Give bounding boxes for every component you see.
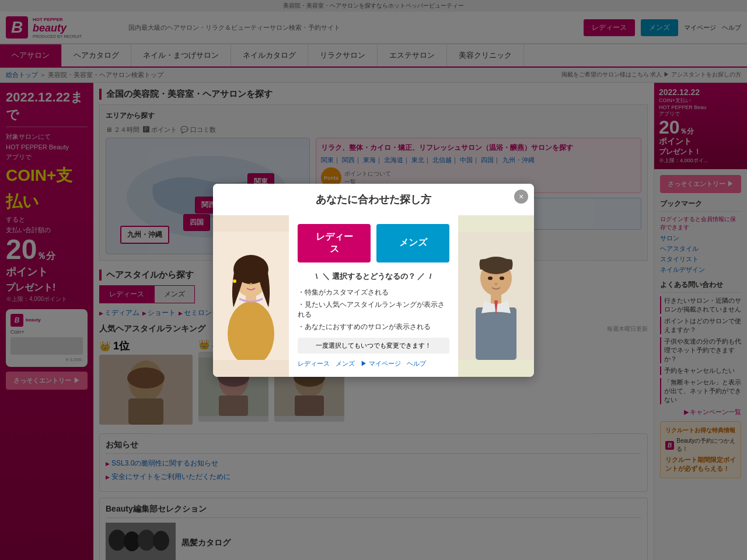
modal-close-button[interactable]: × — [514, 190, 528, 204]
modal-center: レディース メンズ ＼ 選択するとどうなるの？ ／ 特集がカスタマイズされる 見… — [289, 215, 458, 377]
modal-buttons: レディース メンズ — [298, 224, 449, 262]
man-svg — [458, 232, 534, 360]
modal-feature-2: 見たい人気ヘアスタイルランキングが表示される — [298, 300, 449, 320]
modal-ladies-button[interactable]: レディース — [298, 224, 371, 262]
modal-footer-mypage[interactable]: ▶ マイページ — [361, 359, 401, 368]
modal-header: あなたに合わせた探し方 — [213, 184, 534, 215]
svg-point-24 — [254, 276, 259, 280]
svg-point-25 — [250, 283, 252, 285]
svg-point-33 — [500, 276, 504, 280]
modal-footer-ladies[interactable]: レディース — [298, 359, 330, 368]
modal-mens-button[interactable]: メンズ — [376, 224, 449, 262]
svg-point-26 — [233, 279, 236, 283]
modal-overlay[interactable]: × あなたに合わせた探し方 — [0, 0, 747, 560]
modal-title: あなたに合わせた探し方 — [222, 192, 525, 206]
svg-point-23 — [243, 276, 247, 280]
modal-feature-3: あなたにおすすめのサロンが表示される — [298, 322, 449, 332]
modal-features: 特集がカスタマイズされる 見たい人気ヘアスタイルランキングが表示される あなたに… — [298, 288, 449, 332]
modal-footer-links: レディース メンズ ▶ マイページ ヘルプ — [298, 359, 449, 368]
svg-point-32 — [488, 276, 493, 280]
modal-change-text: 一度選択してもいつでも変更できます！ — [298, 338, 449, 354]
woman-svg — [213, 232, 289, 360]
modal-footer-help[interactable]: ヘルプ — [407, 359, 426, 368]
modal-feature-1: 特集がカスタマイズされる — [298, 288, 449, 298]
modal: × あなたに合わせた探し方 — [213, 184, 534, 377]
modal-body: レディース メンズ ＼ 選択するとどうなるの？ ／ 特集がカスタマイズされる 見… — [213, 215, 534, 377]
modal-select-text: ＼ 選択するとどうなるの？ ／ — [298, 271, 449, 282]
modal-footer-mens[interactable]: メンズ — [336, 359, 355, 368]
modal-man-image — [458, 215, 534, 377]
modal-woman-image — [213, 215, 289, 377]
